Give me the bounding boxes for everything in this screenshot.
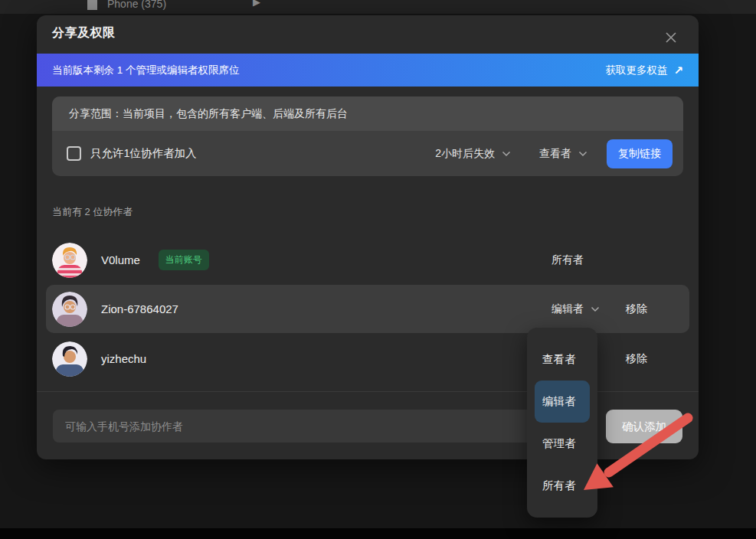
current-account-badge: 当前账号 xyxy=(159,250,209,270)
collaborator-name: yizhechu xyxy=(101,352,146,365)
divider xyxy=(37,391,699,392)
collaborator-row: V0lume 当前账号 所有者 xyxy=(52,236,683,284)
copy-link-button[interactable]: 复制链接 xyxy=(607,139,673,168)
avatar xyxy=(52,243,87,278)
share-scope-text: 分享范围：当前项目，包含的所有客户端、后端及所有后台 xyxy=(69,107,348,121)
link-expiry-select[interactable]: 2小时后失效 xyxy=(435,147,511,161)
confirm-add-button[interactable]: 确认添加 xyxy=(606,410,682,443)
close-icon[interactable] xyxy=(662,28,680,47)
role-option-admin[interactable]: 管理者 xyxy=(535,423,590,465)
share-scope-header: 分享范围：当前项目，包含的所有客户端、后端及所有后台 xyxy=(52,96,683,131)
bottom-bar xyxy=(0,528,756,539)
frame-label: Phone (375) xyxy=(107,0,166,10)
chevron-down-icon xyxy=(502,151,511,157)
link-role-select[interactable]: 查看者 xyxy=(539,147,587,161)
collaborator-name: V0lume xyxy=(101,253,140,266)
limit-one-collaborator-label: 只允许1位协作者加入 xyxy=(90,146,197,161)
link-role-value: 查看者 xyxy=(539,147,571,161)
dialog-title: 分享及权限 xyxy=(52,25,116,41)
link-settings-row: 只允许1位协作者加入 2小时后失效 查看者 复制链接 xyxy=(52,131,683,176)
get-more-benefits-link[interactable]: 获取更多权益 ↗ xyxy=(605,64,683,77)
canvas-toolbar: Phone (375) ▶ xyxy=(0,0,756,14)
collaborator-role: 所有者 xyxy=(551,253,584,267)
collaborator-name: Zion-67864027 xyxy=(101,302,178,315)
add-collaborator-input[interactable] xyxy=(53,410,597,443)
avatar xyxy=(52,341,87,377)
role-option-editor[interactable]: 编辑者 xyxy=(535,381,590,423)
role-option-viewer[interactable]: 查看者 xyxy=(535,338,590,381)
role-option-owner[interactable]: 所有者 xyxy=(535,465,590,507)
frame-icon xyxy=(87,0,97,10)
share-scope-panel: 分享范围：当前项目，包含的所有客户端、后端及所有后台 只允许1位协作者加入 2小… xyxy=(52,96,683,176)
limit-one-collaborator-checkbox[interactable] xyxy=(67,146,81,161)
chevron-down-icon xyxy=(591,306,600,312)
get-more-benefits-label: 获取更多权益 xyxy=(605,64,667,77)
collaborator-count: 当前有 2 位协作者 xyxy=(52,205,133,219)
remove-collaborator-link[interactable]: 移除 xyxy=(626,352,647,366)
avatar xyxy=(52,292,87,327)
collaborator-role-select[interactable]: 编辑者 xyxy=(551,302,600,316)
play-icon[interactable]: ▶ xyxy=(253,0,260,8)
external-link-icon: ↗ xyxy=(673,64,683,77)
collaborator-row: Zion-67864027 编辑者 移除 xyxy=(52,285,683,333)
share-permissions-dialog: 分享及权限 当前版本剩余 1 个管理或编辑者权限席位 获取更多权益 ↗ 分享范围… xyxy=(37,15,699,459)
screen: Phone (375) ▶ 分享及权限 当前版本剩余 1 个管理或编辑者权限席位… xyxy=(0,0,756,539)
chevron-down-icon xyxy=(578,151,587,157)
role-dropdown-menu: 查看者 编辑者 管理者 所有者 xyxy=(527,328,597,518)
quota-banner-text: 当前版本剩余 1 个管理或编辑者权限席位 xyxy=(52,64,240,77)
collaborator-role-value: 编辑者 xyxy=(551,302,584,316)
remove-collaborator-link[interactable]: 移除 xyxy=(626,302,647,316)
quota-banner: 当前版本剩余 1 个管理或编辑者权限席位 获取更多权益 ↗ xyxy=(37,54,699,87)
link-expiry-value: 2小时后失效 xyxy=(435,147,495,161)
